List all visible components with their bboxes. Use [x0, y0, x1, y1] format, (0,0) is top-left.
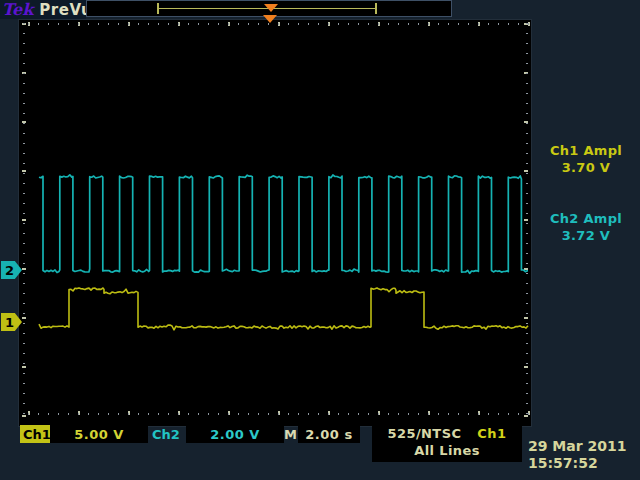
- trigger-readout-box: 525/NTSC Ch1 All Lines: [372, 423, 522, 462]
- measurement-ch1-value: 3.70 V: [534, 159, 638, 176]
- ch2-marker-label: 2: [5, 263, 14, 278]
- acquisition-status: PreVu: [39, 1, 92, 19]
- timebase-label: M: [284, 425, 297, 443]
- graticule: [18, 19, 532, 427]
- measurement-ch2-value: 3.72 V: [534, 227, 638, 244]
- trigger-mode: All Lines: [372, 443, 522, 458]
- date-text: 29 Mar 2011: [528, 438, 636, 455]
- timebase-readout: 2.00 s: [298, 425, 360, 443]
- trigger-standard: 525/NTSC: [388, 426, 462, 441]
- trigger-source: Ch1: [477, 426, 506, 441]
- measurement-ch1-label: Ch1 Ampl: [534, 142, 638, 159]
- title-strip: Tek PreVu: [0, 0, 86, 19]
- oscilloscope-screen: Tek PreVu 2 1 Ch1 Ampl 3.70 V Ch2 Ampl: [0, 0, 640, 480]
- ch2-channel-label: Ch2: [152, 425, 180, 443]
- measurement-ch2-ampl: Ch2 Ampl 3.72 V: [534, 210, 638, 244]
- ch1-marker-label: 1: [5, 315, 14, 330]
- measurement-ch2-label: Ch2 Ampl: [534, 210, 638, 227]
- time-text: 15:57:52: [528, 455, 636, 472]
- tek-logo: Tek: [2, 0, 33, 19]
- measurement-ch1-ampl: Ch1 Ampl 3.70 V: [534, 142, 638, 176]
- ch2-scale-readout: 2.00 V: [186, 425, 284, 443]
- trigger-point-icon: [263, 15, 277, 23]
- trigger-readout-line1: 525/NTSC Ch1: [372, 426, 522, 441]
- waveform-canvas: [19, 20, 531, 426]
- ch1-channel-badge: Ch1: [20, 425, 54, 443]
- trigger-position-icon: [264, 4, 278, 12]
- ch1-scale-readout: 5.00 V: [50, 425, 148, 443]
- ch1-trace: [39, 288, 528, 330]
- ch2-trace: [39, 175, 528, 274]
- datetime-readout: 29 Mar 2011 15:57:52: [528, 438, 636, 472]
